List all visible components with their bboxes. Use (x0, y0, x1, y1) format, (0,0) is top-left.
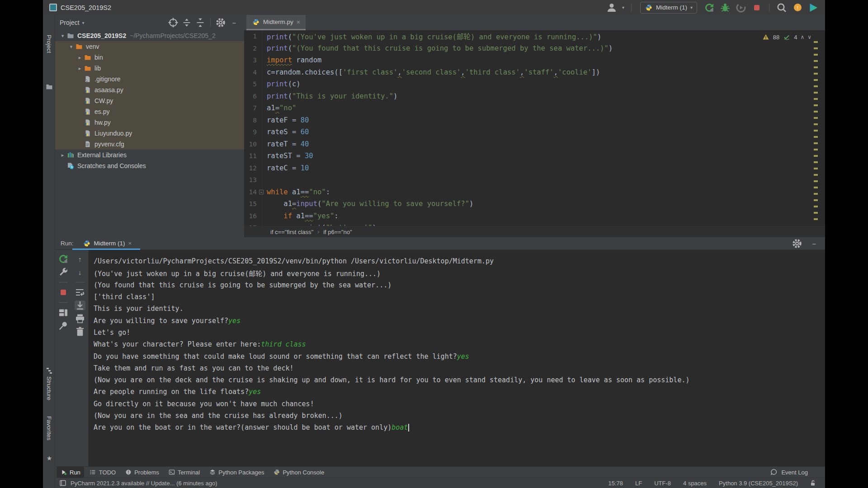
python-icon (252, 18, 260, 26)
chevron-down-icon[interactable]: ▾ (82, 20, 85, 25)
chevron-up-icon[interactable]: ∧ (800, 34, 804, 40)
chevron-right-icon[interactable]: ▸ (76, 66, 84, 71)
tool-stripe-favorites-button[interactable]: Favorites (46, 416, 52, 440)
tree-item-cw-py[interactable]: CW.py (55, 95, 244, 106)
clear-console-button[interactable] (75, 327, 85, 337)
tree-item-bin[interactable]: ▸bin (55, 52, 244, 63)
prev-occurrence-button[interactable]: ↑ (75, 254, 85, 264)
next-occurrence-button[interactable]: ↓ (75, 267, 85, 277)
run-configuration-select[interactable]: Midterm (1) ▾ (640, 2, 697, 14)
left-tool-stripe: Project Structure Favorites ★ (43, 15, 55, 488)
tree-item-venv[interactable]: ▾venv (55, 41, 244, 52)
status-message[interactable]: PyCharm 2021.2.3 available // Update... … (71, 480, 217, 487)
run-console[interactable]: /Users/victorliu/PycharmProjects/CSE205_… (89, 250, 825, 466)
code-line-17: 17 print("Let's go!") (244, 222, 825, 226)
tree-item-cse205-2019s2[interactable]: ▾CSE205_2019S2~/PycharmProjects/CSE205_2 (55, 30, 244, 41)
collapse-all-button[interactable] (195, 18, 206, 28)
code-text: while a1=="no": (267, 188, 330, 196)
edit-configurations-button[interactable] (58, 267, 69, 277)
rerun-button[interactable] (58, 254, 69, 264)
update-available-button[interactable]: ↑ (792, 3, 803, 13)
user-dropdown-icon[interactable]: ▾ (622, 5, 624, 10)
tree-item--gitignore[interactable]: .gitignore (55, 74, 244, 84)
line-number: 12 (244, 164, 257, 172)
console-line: /Users/victorliu/PycharmProjects/CSE205_… (94, 255, 825, 267)
event-log-label: Event Log (781, 469, 808, 476)
status-item[interactable]: 15:78 (608, 480, 623, 487)
code-line-1: 1print("(You've just woken up in a big c… (244, 30, 825, 42)
status-item[interactable]: UTF-8 (654, 480, 671, 487)
chevron-down-icon[interactable]: ▾ (67, 44, 75, 50)
tool-window-button-terminal[interactable]: Terminal (165, 467, 203, 478)
stop-process-button[interactable] (58, 287, 69, 297)
tree-item-lib[interactable]: ▸lib (55, 63, 244, 74)
inspections-widget[interactable]: 88 4 ∧ ∨ (760, 32, 813, 42)
coverage-button[interactable] (736, 3, 746, 13)
chevron-right-icon[interactable]: ▸ (59, 152, 66, 158)
tree-item-liuyunduo-py[interactable]: Liuyunduo.py (55, 128, 244, 139)
tool-window-button-todo[interactable]: TODO (86, 467, 119, 478)
run-tab-label: Midterm (1) (94, 240, 125, 247)
project-panel-title[interactable]: Project (60, 19, 80, 26)
console-line: (You've just woken up in a big cruise(邮轮… (94, 267, 825, 279)
tool-stripe-structure-button[interactable]: Structure (46, 376, 52, 400)
run-tab-midterm[interactable]: Midterm (1) × (83, 237, 132, 249)
restore-layout-button[interactable] (58, 308, 69, 318)
close-icon[interactable]: × (128, 240, 132, 247)
chevron-down-icon[interactable]: ∨ (807, 34, 811, 40)
fold-icon[interactable]: − (259, 190, 264, 194)
editor-preview-icon[interactable] (59, 479, 67, 487)
close-icon[interactable]: × (297, 19, 300, 26)
hide-panel-button[interactable]: − (229, 18, 240, 28)
tab-midterm-py[interactable]: Midterm.py × (246, 15, 306, 30)
run-settings-button[interactable] (792, 239, 802, 249)
folder-icon[interactable] (45, 83, 53, 91)
chevron-down-icon[interactable]: ▾ (59, 33, 66, 39)
user-icon[interactable] (606, 3, 617, 13)
search-everywhere-button[interactable] (776, 3, 787, 13)
chevron-right-icon[interactable]: ▸ (76, 55, 84, 61)
line-number: 6 (244, 93, 257, 100)
tool-window-button-python-packages[interactable]: Python Packages (205, 467, 268, 478)
structure-icon[interactable] (45, 366, 53, 375)
print-console-button[interactable] (75, 314, 85, 324)
status-item[interactable]: Python 3.9 (CSE205_2019S2) (719, 480, 798, 487)
stop-button[interactable] (751, 3, 762, 13)
code-line-11: 11rateST = 30 (244, 150, 825, 162)
run-button[interactable] (704, 3, 715, 13)
code-area[interactable]: 1print("(You've just woken up in a big c… (244, 30, 825, 226)
text-cursor (408, 424, 409, 432)
tool-window-button-python-console[interactable]: Python Console (269, 467, 328, 478)
breadcrumb-item[interactable]: if c=="first class" (270, 229, 313, 235)
tree-item-hw-py[interactable]: hw.py (55, 117, 244, 128)
soft-wrap-button[interactable] (75, 287, 85, 297)
window-title: CSE205_2019S2 (61, 4, 111, 11)
file-python-icon (84, 97, 92, 105)
breadcrumb-item[interactable]: if p6=="no" (323, 229, 352, 235)
project-options-button[interactable] (215, 18, 226, 28)
profiler-button[interactable] (808, 3, 819, 13)
tree-item-es-py[interactable]: es.py (55, 106, 244, 117)
status-item[interactable]: LF (635, 480, 642, 487)
project-panel-header: Project ▾ − (55, 15, 244, 30)
lock-icon[interactable] (809, 479, 817, 487)
debug-button[interactable] (720, 3, 731, 13)
event-log-button[interactable]: Event Log (770, 468, 808, 476)
status-item[interactable]: 4 spaces (683, 480, 707, 487)
tool-window-button-run[interactable]: Run (57, 467, 84, 478)
tree-item-pyvenv-cfg[interactable]: pyvenv.cfg (55, 139, 244, 150)
tool-window-button-problems[interactable]: Problems (121, 467, 163, 478)
hide-run-panel-button[interactable]: − (809, 239, 820, 249)
breadcrumb-separator-icon: › (317, 229, 319, 235)
tree-item-asaasa-py[interactable]: asaasa.py (55, 84, 244, 95)
select-opened-file-button[interactable] (168, 18, 179, 28)
python-gray-icon (273, 469, 280, 476)
scroll-to-end-button[interactable] (75, 300, 85, 310)
pin-tab-button[interactable] (58, 321, 69, 331)
tool-stripe-project-button[interactable]: Project (46, 35, 52, 53)
expand-all-button[interactable] (181, 18, 192, 28)
favorites-star-icon[interactable]: ★ (45, 454, 53, 462)
line-number: 3 (244, 56, 257, 64)
tree-item-scratches-and-consoles[interactable]: Scratches and Consoles (55, 160, 244, 171)
tree-item-external-libraries[interactable]: ▸External Libraries (55, 150, 244, 160)
